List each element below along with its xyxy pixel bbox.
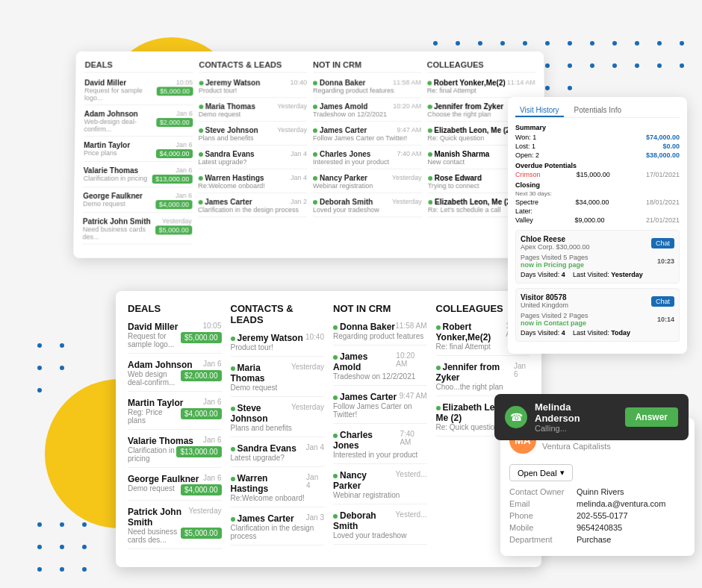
- list-item: Patrick John Smith Yesterday Need busine…: [128, 507, 222, 549]
- decorative-dot: [657, 41, 662, 46]
- list-item: Jeremy Watson 10:40 Product tour!: [199, 79, 307, 98]
- list-item: James Carter Jan 3 Clarification in the …: [231, 513, 325, 545]
- calling-popup: ☎ Melinda Anderson Calling... Answer: [494, 394, 689, 440]
- list-item: Valarie Thomas Jan 6 Clarification in pr…: [83, 166, 192, 187]
- open-deal-label: Open Deal: [518, 469, 557, 478]
- decorative-dot: [433, 41, 438, 46]
- list-item: David Miller 10:05 Request for sample lo…: [84, 79, 193, 106]
- decorative-dot: [82, 545, 87, 549]
- decorative-dot: [37, 388, 42, 392]
- call-info: Melinda Anderson Calling...: [535, 401, 618, 433]
- large-notincrm-list: Donna Baker 11:58 AM Regarding product f…: [333, 322, 427, 545]
- small-crm-panel: DEALS David Miller 10:05 Request for sam…: [73, 51, 547, 258]
- decorative-dot: [612, 41, 617, 46]
- decorative-dot: [612, 63, 617, 68]
- list-item: James Carter 9:47 AM Follow James Carter…: [333, 392, 427, 424]
- visitor-card: Visitor 80578 United Kingdom Chat Pages …: [515, 288, 680, 342]
- closing-title: Closing: [515, 181, 680, 189]
- list-item: Martin Taylor Jan 6 Reg: Price plans $4,…: [128, 398, 222, 430]
- tab-potentials-info[interactable]: Potentials Info: [570, 104, 626, 117]
- small-deals-list: David Miller 10:05 Request for sample lo…: [82, 79, 193, 245]
- list-item: Patrick John Smith Yesterday Need busine…: [82, 217, 192, 244]
- decorative-dot: [635, 41, 639, 46]
- list-item: Deborah Smith Yesterday Loved your trade…: [313, 198, 422, 217]
- large-notincrm-title: NOT IN CRM: [333, 303, 427, 314]
- list-item: Deborah Smith Yesterd... Loved your trad…: [333, 510, 427, 545]
- list-item: Nancy Parker Yesterd... Webinar registra…: [333, 470, 427, 504]
- list-item: Martin Taylor Jan 6 Price plans $4,000.0…: [84, 141, 193, 162]
- crm-field-row: Contact Owner Quinn Rivers: [509, 487, 686, 496]
- large-deals-section: DEALS David Miller 10:05 Request for sam…: [128, 303, 222, 555]
- decorative-dot: [60, 343, 64, 348]
- call-status: Calling...: [535, 424, 618, 433]
- decorative-dot: [680, 41, 684, 46]
- small-notincrm-section: NOT IN CRM Donna Baker 11:58 AM Regardin…: [313, 60, 422, 249]
- decorative-dot: [680, 63, 684, 68]
- list-item: George Faulkner Jan 6 Demo request $4,00…: [83, 192, 192, 213]
- list-item: Maria Thomas Yesterday Demo request: [231, 363, 325, 397]
- summary-title: Summary: [515, 124, 680, 131]
- visitor-card: Chloe Reese Apex Corp. $30,000.00 Chat P…: [515, 230, 680, 284]
- decorative-dot: [60, 522, 64, 527]
- large-crm-panel: DEALS David Miller 10:05 Request for sam…: [116, 291, 541, 567]
- decorative-dot: [60, 366, 64, 370]
- decorative-dot: [657, 63, 662, 68]
- decorative-dot: [545, 86, 550, 90]
- list-item: Donna Baker 11:58 AM Regarding product f…: [333, 322, 427, 345]
- overdue-title: Overdue Potentials: [515, 162, 680, 169]
- list-item: James Amold 10:20 AM Tradeshow on 12/2/2…: [313, 102, 421, 122]
- chat-button[interactable]: Chat: [651, 296, 674, 307]
- answer-button[interactable]: Answer: [625, 407, 678, 427]
- list-item: Steve Johnson Yesterday Plans and benefi…: [199, 126, 307, 146]
- small-notincrm-title: NOT IN CRM: [313, 60, 421, 73]
- list-item: James Carter Jan 2 Clarification in the …: [198, 198, 307, 217]
- list-item: Jennifer from Zyker Jan 6 Choo...the rig…: [436, 362, 530, 396]
- decorative-dot: [545, 63, 550, 68]
- small-contacts-section: CONTACTS & LEADS Jeremy Watson 10:40 Pro…: [198, 60, 307, 249]
- decorative-dot: [635, 63, 639, 68]
- crm-field-row: Email melinda.a@ventura.com: [509, 499, 686, 508]
- closing-row: Later:: [515, 207, 680, 215]
- decorative-dot: [37, 567, 42, 572]
- small-notincrm-list: Donna Baker 11:58 AM Regarding product f…: [313, 79, 422, 218]
- list-item: Maria Thomas Yesterday Demo request: [199, 102, 307, 122]
- decorative-dot: [82, 522, 87, 527]
- list-item: Jeremy Watson 10:40 Product tour!: [231, 333, 325, 357]
- list-item: Steve Johnson Yesterday Plans and benefi…: [231, 403, 325, 437]
- chat-button[interactable]: Chat: [651, 238, 674, 248]
- crm-field-row: Phone 202-555-0177: [509, 511, 686, 520]
- closing-row: Spectre $34,000.00 18/01/2021: [515, 198, 680, 206]
- decorative-dot: [60, 545, 64, 549]
- small-contacts-list: Jeremy Watson 10:40 Product tour! Maria …: [198, 79, 307, 218]
- decorative-dot: [82, 567, 87, 572]
- summary-row: Won: 1 $74,000.00: [515, 134, 680, 141]
- crm-field-row: Department Purchase: [509, 535, 686, 544]
- list-item: Sandra Evans Jan 4 Latest upgrade?: [198, 150, 307, 169]
- list-item: Warren Hastings Jan 4 Re:Welcome onboard…: [231, 473, 325, 507]
- phone-icon: ☎: [505, 406, 527, 428]
- summary-row: Open: 2 $38,000.00: [515, 151, 680, 159]
- decorative-dot: [545, 41, 550, 46]
- list-item: Adam Johnson Jan 6 Web design deal-confi…: [128, 360, 222, 392]
- large-contacts-section: CONTACTS & LEADS Jeremy Watson 10:40 Pro…: [231, 303, 325, 555]
- decorative-dot: [60, 567, 64, 572]
- open-deal-button[interactable]: Open Deal ▾: [509, 464, 573, 481]
- overdue-row: Crimson $15,000.00 17/01/2021: [515, 171, 680, 178]
- list-item: Sandra Evans Jan 4 Latest upgrade?: [231, 443, 325, 467]
- list-item: James Carter 9:47 AM Follow James Carter…: [313, 126, 421, 146]
- tab-visit-history[interactable]: Visit History: [515, 104, 564, 117]
- decorative-dot: [37, 545, 42, 549]
- large-contacts-list: Jeremy Watson 10:40 Product tour! Maria …: [231, 333, 325, 545]
- visitor-tabs: Visit History Potentials Info: [515, 104, 680, 118]
- caller-name: Melinda Anderson: [535, 401, 618, 424]
- decorative-dot: [568, 63, 572, 68]
- crm-field-row: Mobile 9654240835: [509, 523, 686, 532]
- large-deals-list: David Miller 10:05 Request for sample lo…: [128, 322, 222, 549]
- closing-row: Valley $9,000.00 21/01/2021: [515, 216, 680, 224]
- list-item: Adam Johnson Jan 6 Web-design deal-confi…: [84, 110, 193, 137]
- list-item: Nancy Parker Yesterday Webinar registrat…: [313, 174, 422, 193]
- list-item: George Faulkner Jan 6 Demo request $4,00…: [128, 474, 222, 501]
- list-item: Charles Jones 7:40 AM Interested in your…: [333, 430, 427, 464]
- decorative-dot: [37, 343, 42, 348]
- small-deals-section: DEALS David Miller 10:05 Request for sam…: [82, 60, 193, 249]
